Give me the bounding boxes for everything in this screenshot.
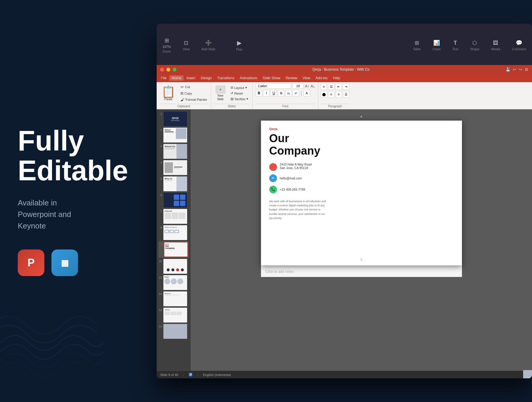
menu-insert[interactable]: Insert (184, 75, 198, 81)
align-left-button[interactable]: ⬤ (321, 91, 327, 98)
minimize-button[interactable] (166, 68, 170, 72)
ppt-menubar: File Home Insert Design Transitions Anim… (157, 74, 532, 82)
view-control[interactable]: ⊡ View (183, 40, 190, 51)
copy-button[interactable]: ⧉ Copy (179, 90, 208, 96)
slide-item-6[interactable]: 6 (158, 192, 189, 208)
slide-thumb-6[interactable] (163, 192, 187, 208)
italic-button[interactable]: I (263, 90, 270, 96)
media-control[interactable]: 🖼 Media (491, 40, 500, 51)
zoom-control[interactable]: ⊞ 107% Zoom (163, 37, 171, 53)
slide-thumb-2[interactable]: About (163, 127, 187, 143)
slide-panel[interactable]: 1 Qerja Business 2 About (157, 109, 191, 371)
menu-file[interactable]: File (158, 75, 169, 81)
subscript-button[interactable]: x₂ (285, 90, 292, 96)
slide-item-13[interactable]: 13 Values (158, 307, 189, 323)
align-center-button[interactable]: ≡ (328, 91, 335, 98)
new-slide-button[interactable]: + NewSlide (214, 85, 227, 102)
present-icon[interactable]: ⚙ (525, 67, 528, 72)
slide-item-8[interactable]: 8 What to look for (158, 225, 189, 240)
slide-item-14[interactable]: 14 (158, 324, 189, 339)
slide-thumb-8[interactable]: What to look for (163, 225, 187, 240)
slide-thumb-10[interactable] (163, 259, 187, 274)
slide-item-4[interactable]: 4 (158, 160, 189, 175)
slide-thumb-9[interactable]: Qerja OurCompany (164, 242, 188, 257)
paste-button[interactable]: 📋 Paste (159, 83, 178, 103)
chart-control[interactable]: 📊 Chart (432, 40, 440, 51)
new-slide-icon: + (216, 86, 225, 93)
strikethrough-button[interactable]: S (278, 90, 284, 96)
slide-canvas-area[interactable]: ▲ Qerja Our Company (191, 109, 532, 371)
text-control[interactable]: T Text (452, 40, 458, 51)
add-slide-control[interactable]: ➕ Add Slide (202, 40, 215, 51)
menu-design[interactable]: Design (198, 75, 214, 81)
indent-decrease-button[interactable]: ⇤ (335, 83, 342, 90)
slide-thumb-14[interactable] (163, 324, 187, 339)
font-group: A↑ A↓ B I U S x₂ x² | A Font (253, 82, 318, 109)
slide-item-5[interactable]: 5 Why Us (158, 176, 189, 192)
shape-control[interactable]: ⬡ Shape (470, 40, 480, 51)
slide-item-7[interactable]: 7 Featured (158, 209, 189, 224)
comment-control[interactable]: 💬 Comment (512, 40, 526, 51)
toolbar-extra: 💾 ↩ ↪ ⚙ (505, 67, 528, 72)
bullet-list-button[interactable]: ≡ (321, 83, 327, 90)
comment-label: Comment (512, 47, 526, 51)
numbered-list-button[interactable]: ☰ (328, 83, 335, 90)
table-label: Table (413, 47, 421, 51)
menu-home[interactable]: Home (169, 75, 184, 81)
slide-thumb-3[interactable]: About Us (163, 144, 187, 159)
slide-item-2[interactable]: 2 About (158, 127, 189, 143)
table-control[interactable]: ⊞ Table (413, 40, 421, 51)
menu-animations[interactable]: Animations (237, 75, 259, 81)
notes-area[interactable]: Click to add notes (261, 265, 462, 277)
menu-slideshow[interactable]: Slide Show (260, 75, 283, 81)
slide-thumb-13[interactable]: Values (163, 307, 187, 323)
menu-review[interactable]: Review (283, 75, 299, 81)
slide-thumb-1[interactable]: Qerja Business (163, 111, 187, 127)
save-icon[interactable]: 💾 (505, 67, 510, 72)
font-name-input[interactable] (256, 83, 291, 89)
menu-view[interactable]: View (300, 75, 313, 81)
menu-help[interactable]: Help (330, 75, 343, 81)
slide-item-9[interactable]: 9 Qerja OurCompany (158, 241, 189, 258)
slide-thumb-4[interactable] (163, 160, 187, 175)
bold-button[interactable]: B (256, 90, 262, 96)
copy-icon: ⧉ (181, 91, 183, 96)
slide-item-10[interactable]: 10 (158, 259, 189, 274)
menu-addins[interactable]: Add-ins (313, 75, 330, 81)
keynote-icon: ▦ (51, 249, 78, 276)
slide-item-1[interactable]: 1 Qerja Business (158, 111, 189, 127)
maximize-button[interactable] (173, 68, 176, 72)
reset-button[interactable]: ↺ Reset (229, 91, 250, 96)
justify-button[interactable]: ☰ (343, 91, 349, 98)
undo-icon[interactable]: ↩ (513, 67, 516, 72)
slide-item-3[interactable]: 3 About Us (158, 144, 189, 159)
slide-item-12[interactable]: 12 Mission (158, 291, 189, 307)
slide-thumb-5[interactable]: Why Us (163, 176, 187, 192)
slide-thumb-11[interactable]: Team (163, 275, 187, 290)
cut-icon: ✂ (181, 85, 184, 89)
format-painter-button[interactable]: 🖌 Format Painter (179, 97, 208, 103)
cut-button[interactable]: ✂ Cut (179, 84, 208, 90)
slide-item-11[interactable]: 11 Team (158, 275, 189, 290)
address-line2: San Jose, CA 95118 (280, 166, 312, 170)
text-effects-button[interactable]: A (304, 90, 310, 96)
underline-button[interactable]: U (270, 90, 277, 96)
slide-thumb-12-content: Mission (163, 291, 187, 297)
slide-thumb-7[interactable]: Featured (163, 209, 187, 224)
font-size-input[interactable] (292, 83, 304, 89)
menu-transitions[interactable]: Transitions (215, 75, 237, 81)
font-increase-icon[interactable]: A↑ (305, 84, 309, 88)
redo-icon[interactable]: ↪ (519, 67, 522, 72)
font-decrease-icon[interactable]: A↓ (311, 84, 315, 88)
align-right-button[interactable]: ≡ (335, 91, 342, 98)
play-control[interactable]: ▶ Play (236, 39, 242, 51)
slide-thumb-12[interactable]: Mission (163, 291, 187, 307)
close-button[interactable] (160, 68, 164, 72)
layout-button[interactable]: ⊟ Layout ▾ (229, 85, 250, 90)
section-button[interactable]: ▤ Section ▾ (229, 96, 250, 101)
superscript-button[interactable]: x² (293, 90, 299, 96)
indent-increase-button[interactable]: ⇥ (343, 83, 349, 90)
phone-handset-icon: 📞 (271, 187, 275, 191)
slide-canvas[interactable]: Qerja Our Company 📍 2410 Hi (261, 121, 462, 265)
wave-decoration (0, 284, 103, 402)
